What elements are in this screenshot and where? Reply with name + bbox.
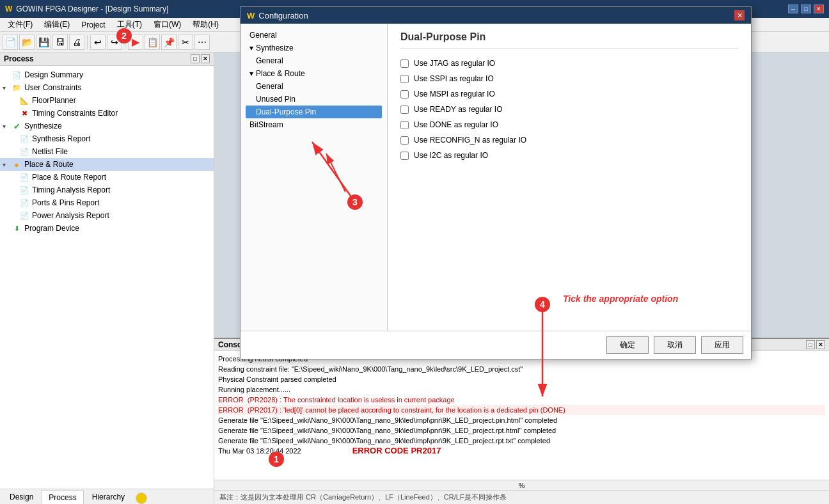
dialog-logo: W [247, 11, 255, 20]
cut-button[interactable]: ✂ [178, 35, 193, 50]
menu-edit[interactable]: 编辑(E) [39, 18, 75, 31]
doc-icon: 📄 [19, 198, 29, 208]
menu-window[interactable]: 窗口(W) [148, 18, 186, 31]
more-button[interactable]: ⋯ [194, 35, 210, 50]
toolbar-sep-2 [125, 35, 125, 49]
dialog-tree-pr-general[interactable]: General [246, 80, 382, 93]
tree-arrow-user-constraints: ▾ [3, 84, 10, 91]
tree-label-place-route-report: Place & Route Report [32, 173, 106, 182]
label-reconfig: Use RECONFIG_N as regular IO [414, 136, 526, 145]
tree-item-synthesize[interactable]: ▾ ✔ Synthesize [0, 120, 214, 132]
console-content: Processing netlist completed Reading con… [214, 351, 829, 480]
dialog-tree-synthesize[interactable]: ▾Synthesize [246, 42, 382, 54]
checkbox-sspi[interactable] [400, 75, 409, 83]
console-controls: □ ✕ [806, 340, 825, 349]
console-line: Generate file "E:\Sipeed_wiki\Nano_9K\00… [218, 415, 825, 425]
checkbox-mspi[interactable] [400, 90, 409, 98]
status-text: 基注：这是因为文本处理用 CR（CarriageReturn）、LF（LineF… [219, 492, 507, 502]
checkbox-row-sspi: Use SSPI as regular IO [400, 74, 738, 83]
tree-label-synthesis-report: Synthesis Report [32, 134, 90, 143]
timing-icon: ✖ [19, 108, 29, 118]
app-logo: W [5, 4, 12, 13]
paste-button[interactable]: 📌 [161, 35, 177, 50]
tree-item-design-summary[interactable]: 📄 Design Summary [0, 68, 214, 81]
tab-process[interactable]: Process [42, 490, 83, 504]
save-button[interactable]: 💾 [36, 35, 51, 50]
tree-item-ports-pins[interactable]: 📄 Ports & Pins Report [0, 196, 214, 209]
tree-item-place-route-report[interactable]: 📄 Place & Route Report [0, 171, 214, 184]
doc-icon: 📄 [12, 70, 22, 80]
console-percent: % [214, 480, 829, 491]
panel-controls: □ ✕ [191, 54, 210, 63]
tree-item-place-route[interactable]: ▾ ● Place & Route [0, 158, 214, 171]
tree-item-timing-analysis[interactable]: 📄 Timing Analysis Report [0, 184, 214, 196]
label-ready: Use READY as regular IO [414, 105, 503, 114]
bottom-status: 基注：这是因为文本处理用 CR（CarriageReturn）、LF（LineF… [214, 490, 829, 504]
run-button[interactable]: ▶ [128, 35, 143, 50]
minimize-button[interactable]: ─ [788, 4, 798, 13]
tree-label-user-constraints: User Constraints [24, 83, 81, 92]
dialog-close-button[interactable]: ✕ [734, 10, 745, 20]
tree-label-place-route: Place & Route [24, 160, 74, 169]
checkbox-jtag[interactable] [400, 59, 409, 68]
green-check-icon: ✔ [12, 121, 22, 131]
copy-button[interactable]: 📋 [145, 35, 160, 50]
process-tree: 📄 Design Summary ▾ 📁 User Constraints 📐 … [0, 66, 214, 489]
tab-hierarchy[interactable]: Hierarchy [85, 489, 132, 504]
dialog-tree-dual-purpose-pin[interactable]: Dual-Purpose Pin [246, 106, 382, 118]
checkbox-done[interactable] [400, 121, 409, 129]
doc-icon: 📄 [19, 134, 29, 144]
checkbox-ready[interactable] [400, 106, 409, 114]
new-button[interactable]: 📄 [3, 35, 18, 50]
dialog-tree-general[interactable]: General [246, 29, 382, 42]
dialog-tree-synth-general[interactable]: General [246, 54, 382, 67]
dialog-ok-button[interactable]: 确定 [606, 336, 649, 354]
redo-button[interactable]: ↪ [107, 35, 122, 50]
tree-label-design-summary: Design Summary [24, 70, 83, 79]
menu-project[interactable]: Project [76, 19, 110, 31]
tab-light-indicator [136, 492, 147, 504]
panel-close-button[interactable]: ✕ [201, 54, 210, 63]
label-mspi: Use MSPI as regular IO [414, 90, 495, 98]
console-line: Generate file "E:\Sipeed_wiki\Nano_9K\00… [218, 436, 825, 446]
download-icon: ⬇ [12, 223, 22, 233]
dialog-tree-bitstream[interactable]: BitStream [246, 118, 382, 131]
save-all-button[interactable]: 🖫 [52, 35, 68, 50]
open-button[interactable]: 📂 [19, 35, 35, 50]
console-close-button[interactable]: ✕ [816, 340, 825, 349]
doc-icon: 📄 [19, 146, 29, 157]
tree-item-floorplanner[interactable]: 📐 FloorPlanner [0, 94, 214, 107]
menu-tools[interactable]: 工具(T) [112, 18, 147, 31]
left-panel-tabs: Design Process Hierarchy [0, 489, 214, 504]
tree-item-program-device[interactable]: ⬇ Program Device [0, 222, 214, 235]
checkbox-reconfig[interactable] [400, 136, 409, 145]
dialog-tree-unused-pin[interactable]: Unused Pin [246, 93, 382, 106]
menu-file[interactable]: 文件(F) [3, 18, 38, 31]
left-panel: Process □ ✕ 📄 Design Summary ▾ 📁 User C [0, 52, 214, 504]
undo-button[interactable]: ↩ [90, 35, 106, 50]
tree-item-synthesis-report[interactable]: 📄 Synthesis Report [0, 132, 214, 145]
tab-design[interactable]: Design [3, 489, 40, 504]
checkbox-i2c[interactable] [400, 152, 409, 160]
menu-help[interactable]: 帮助(H) [187, 18, 224, 31]
pin-icon: 📐 [19, 95, 29, 106]
restore-button[interactable]: □ [801, 4, 811, 13]
tree-item-timing-constraints[interactable]: ✖ Timing Constraints Editor [0, 107, 214, 120]
tree-item-user-constraints[interactable]: ▾ 📁 User Constraints [0, 81, 214, 94]
console-line: Physical Constraint parsed completed [218, 374, 825, 384]
tree-label-timing-constraints: Timing Constraints Editor [32, 109, 118, 118]
tree-label-netlist-file: Netlist File [32, 147, 68, 156]
console-float-button[interactable]: □ [806, 340, 815, 349]
print-button[interactable]: 🖨 [69, 35, 84, 50]
checkbox-row-ready: Use READY as regular IO [400, 105, 738, 114]
dialog-tree-place-route[interactable]: ▾Place & Route [246, 67, 382, 80]
checkbox-row-done: Use DONE as regular IO [400, 120, 738, 129]
dialog-apply-button[interactable]: 应用 [701, 336, 743, 354]
tree-item-netlist-file[interactable]: 📄 Netlist File [0, 145, 214, 158]
close-button[interactable]: ✕ [814, 4, 824, 13]
folder-icon: 📁 [12, 83, 22, 93]
dialog-cancel-button[interactable]: 取消 [654, 336, 696, 354]
panel-float-button[interactable]: □ [191, 54, 200, 63]
tree-item-power-analysis[interactable]: 📄 Power Analysis Report [0, 209, 214, 222]
console-line: Generate file "E:\Sipeed_wiki\Nano_9K\00… [218, 425, 825, 436]
